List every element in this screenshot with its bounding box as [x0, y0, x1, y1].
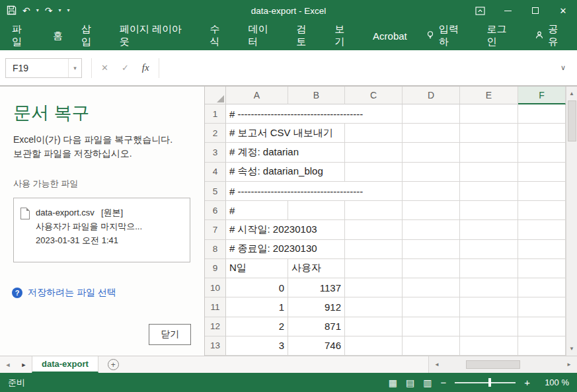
undo-icon[interactable]: ↶: [22, 6, 30, 15]
grid-cell[interactable]: [518, 104, 566, 124]
grid-cell[interactable]: [460, 143, 518, 162]
row-header[interactable]: 4: [205, 163, 226, 182]
formula-bar-expand-icon[interactable]: ∨: [555, 63, 572, 72]
grid-cell[interactable]: 1137: [288, 278, 345, 297]
column-header-a[interactable]: A: [226, 87, 288, 104]
tab-file[interactable]: 파일: [0, 21, 44, 50]
grid-cell[interactable]: [345, 163, 403, 182]
grid-cell[interactable]: [403, 163, 460, 182]
grid-cell[interactable]: [518, 201, 566, 220]
row-header[interactable]: 9: [205, 259, 226, 278]
grid-cell[interactable]: [518, 143, 566, 162]
horizontal-scroll-track[interactable]: [445, 360, 561, 369]
tab-data[interactable]: 데이터: [239, 21, 287, 50]
grid-cell[interactable]: [518, 297, 566, 317]
grid-cell[interactable]: [345, 297, 403, 317]
tab-view[interactable]: 보기: [325, 21, 364, 50]
grid-cell[interactable]: [460, 259, 518, 278]
name-box[interactable]: F19 ▾: [5, 58, 82, 78]
save-icon[interactable]: [7, 5, 17, 17]
column-header-b[interactable]: B: [288, 87, 345, 104]
grid-cell[interactable]: [460, 163, 518, 182]
grid-cell[interactable]: [403, 220, 460, 239]
row-header[interactable]: 12: [205, 317, 226, 336]
vertical-scrollbar[interactable]: ▲ ▼: [566, 87, 577, 356]
grid-cell[interactable]: [345, 259, 403, 278]
row-header[interactable]: 13: [205, 336, 226, 356]
scroll-right-icon[interactable]: ►: [564, 362, 574, 368]
grid-cell[interactable]: 0: [226, 278, 288, 297]
grid-cell[interactable]: [518, 182, 566, 201]
grid-cell[interactable]: [460, 182, 518, 201]
grid-cell[interactable]: [460, 124, 518, 143]
grid-cell[interactable]: [403, 201, 460, 220]
sheet-tab-data-export[interactable]: data-export: [32, 356, 98, 373]
sign-in-button[interactable]: 로그인: [477, 21, 525, 50]
grid-cell[interactable]: [403, 336, 460, 356]
zoom-percentage[interactable]: 100 %: [539, 377, 569, 387]
grid-cell[interactable]: [518, 259, 566, 278]
scroll-left-icon[interactable]: ◄: [432, 362, 442, 368]
zoom-in-icon[interactable]: +: [524, 377, 530, 388]
row-header[interactable]: 8: [205, 240, 226, 259]
page-layout-view-icon[interactable]: ▤: [406, 378, 414, 387]
close-pane-button[interactable]: 닫기: [149, 324, 191, 345]
share-button[interactable]: 공유: [525, 21, 577, 50]
grid-cell[interactable]: [518, 336, 566, 356]
zoom-slider-thumb[interactable]: [488, 378, 491, 387]
grid-cell[interactable]: 사용자: [288, 259, 345, 278]
zoom-out-icon[interactable]: −: [440, 377, 446, 388]
grid-cell[interactable]: [403, 240, 460, 259]
zoom-slider[interactable]: [455, 378, 516, 387]
grid-cell[interactable]: [403, 143, 460, 162]
sheet-prev-icon[interactable]: ◄: [0, 356, 16, 373]
cancel-icon[interactable]: ✕: [101, 63, 108, 73]
tab-acrobat[interactable]: Acrobat: [364, 21, 416, 50]
select-file-link[interactable]: ? 저장하려는 파일 선택: [12, 287, 116, 299]
row-header[interactable]: 2: [205, 124, 226, 143]
grid-cell[interactable]: [518, 278, 566, 297]
grid-cell[interactable]: [460, 317, 518, 336]
grid-cell[interactable]: 2: [226, 317, 288, 336]
vertical-scroll-thumb[interactable]: [568, 100, 576, 141]
tab-insert[interactable]: 삽입: [72, 21, 110, 50]
grid-cell[interactable]: [518, 220, 566, 239]
grid-cell[interactable]: [345, 240, 403, 259]
grid-cell[interactable]: [460, 240, 518, 259]
grid-cell[interactable]: [345, 124, 403, 143]
grid-cell[interactable]: N일: [226, 259, 288, 278]
enter-icon[interactable]: ✓: [122, 63, 129, 73]
normal-view-icon[interactable]: ▦: [389, 378, 397, 387]
row-header[interactable]: 7: [205, 220, 226, 239]
horizontal-scrollbar[interactable]: ◄ ►: [428, 356, 577, 373]
row-header[interactable]: 5: [205, 182, 226, 201]
grid-cell[interactable]: [460, 297, 518, 317]
grid-cell[interactable]: [518, 163, 566, 182]
grid-cell[interactable]: [460, 278, 518, 297]
tab-page-layout[interactable]: 페이지 레이아웃: [110, 21, 201, 50]
row-header[interactable]: 11: [205, 297, 226, 317]
scroll-down-icon[interactable]: ▼: [569, 343, 574, 356]
tab-formulas[interactable]: 수식: [201, 21, 239, 50]
row-header[interactable]: 6: [205, 201, 226, 220]
insert-function-icon[interactable]: fx: [142, 62, 149, 73]
grid-cell[interactable]: [403, 259, 460, 278]
grid-cell[interactable]: [518, 317, 566, 336]
grid-cell[interactable]: [403, 124, 460, 143]
grid-cell[interactable]: 1: [226, 297, 288, 317]
ribbon-display-options-icon[interactable]: [466, 0, 494, 21]
column-header-f-selected[interactable]: F: [518, 87, 566, 104]
tab-review[interactable]: 검토: [287, 21, 325, 50]
grid-cell[interactable]: [403, 104, 460, 124]
grid-cell[interactable]: [345, 336, 403, 356]
grid-cell[interactable]: [460, 104, 518, 124]
formula-input[interactable]: [169, 58, 555, 78]
tab-home[interactable]: 홈: [44, 21, 72, 50]
grid-cell[interactable]: [345, 201, 403, 220]
grid-cell[interactable]: [403, 182, 460, 201]
undo-dropdown-icon[interactable]: ▾: [36, 8, 39, 13]
tell-me-box[interactable]: 입력하: [416, 21, 478, 50]
minimize-button[interactable]: [494, 0, 521, 21]
row-header[interactable]: 3: [205, 143, 226, 162]
grid-cell[interactable]: [518, 124, 566, 143]
